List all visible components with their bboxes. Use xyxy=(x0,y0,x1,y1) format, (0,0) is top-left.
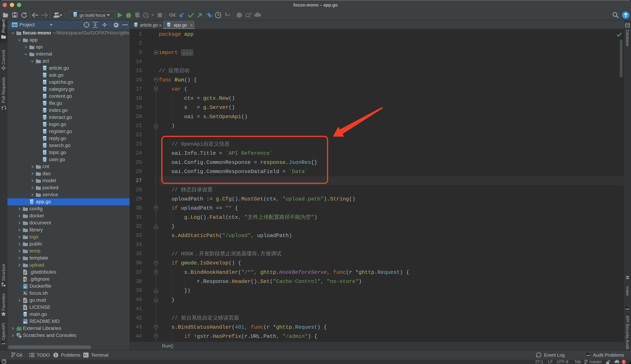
svg-text:/API: /API xyxy=(586,354,590,356)
svg-text:/API: /API xyxy=(625,308,629,310)
svg-text:/API: /API xyxy=(2,343,5,345)
svg-text:MD: MD xyxy=(24,322,27,324)
svg-text:D: D xyxy=(24,286,26,289)
